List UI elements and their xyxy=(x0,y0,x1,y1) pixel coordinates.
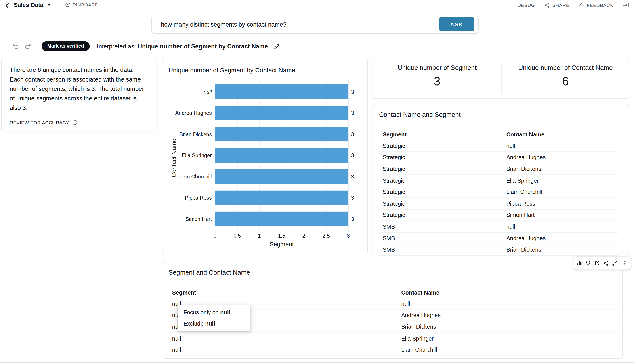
more-icon xyxy=(622,260,628,266)
kpi-title: Unique number of Contact Name xyxy=(501,64,629,72)
menu-item-value: null xyxy=(205,320,215,327)
collapse-panel-button[interactable] xyxy=(622,2,629,8)
table-row[interactable]: SMBBrian Dickens xyxy=(379,244,618,256)
kpi-contact-name: Unique number of Contact Name 6 xyxy=(501,58,629,98)
table-row[interactable]: StrategicBrian Dickens xyxy=(379,163,618,175)
table-cell: Brian Dickens xyxy=(503,166,618,172)
column-header-contact-name[interactable]: Contact Name xyxy=(398,289,618,296)
category-label: Liam Churchill xyxy=(166,174,212,180)
share-icon xyxy=(603,260,609,266)
column-header-contact-name[interactable]: Contact Name xyxy=(503,131,618,138)
kpi-segment: Unique number of Segment 3 xyxy=(373,58,501,98)
menu-item-value: null xyxy=(220,309,230,316)
bar[interactable] xyxy=(215,190,348,205)
table-cell: Strategic xyxy=(379,189,503,195)
bar-value-label: 3 xyxy=(351,216,354,222)
table-row[interactable]: StrategicSimon Hart xyxy=(379,210,618,221)
pinboard-icon xyxy=(65,2,70,8)
table-cell: Strategic xyxy=(379,142,503,149)
feedback-button[interactable]: FEEDBACK xyxy=(578,2,613,8)
top-right-actions: DEBUG SHARE FEEDBACK xyxy=(517,2,629,8)
chart-row: Brian Dickens3 xyxy=(162,124,367,145)
table-header: Segment Contact Name xyxy=(379,129,618,140)
bar[interactable] xyxy=(215,106,348,120)
bar[interactable] xyxy=(215,148,348,162)
insights-button[interactable] xyxy=(583,257,592,269)
column-header-segment[interactable]: Segment xyxy=(168,289,398,296)
table-cell: Simon Hart xyxy=(503,212,618,218)
table-cell: SMB xyxy=(379,235,503,242)
chart-row: null3 xyxy=(162,81,367,102)
more-options-button[interactable] xyxy=(620,257,629,269)
debug-button[interactable]: DEBUG xyxy=(517,3,535,8)
bar[interactable] xyxy=(215,84,348,99)
question-input[interactable] xyxy=(160,16,428,33)
x-tick-label: 3 xyxy=(347,233,350,239)
dataset-name: Sales Data xyxy=(14,2,43,8)
category-label: Pippa Ross xyxy=(166,195,212,201)
bar-chart-card: Unique number of Segment by Contact Name… xyxy=(162,58,368,256)
table-row[interactable]: SMBnull xyxy=(379,221,618,233)
share-button[interactable]: SHARE xyxy=(544,2,569,8)
context-menu-item[interactable]: Focus only on null xyxy=(178,306,251,318)
page-bottom-divider xyxy=(0,362,634,363)
expand-icon xyxy=(612,260,618,266)
table-row[interactable]: StrategicElla Springer xyxy=(379,175,618,186)
export-button[interactable] xyxy=(592,257,601,269)
table-cell: SMB xyxy=(379,246,503,253)
expand-button[interactable] xyxy=(610,257,619,269)
bar-value-label: 3 xyxy=(351,195,354,201)
back-chevron-icon xyxy=(4,2,12,10)
ask-button[interactable]: ASK xyxy=(439,18,474,31)
column-header-segment[interactable]: Segment xyxy=(379,131,503,138)
undo-button[interactable] xyxy=(12,42,20,50)
table-header: Segment Contact Name xyxy=(168,287,618,298)
redo-button[interactable] xyxy=(24,42,33,50)
table-row[interactable]: StrategicAndrea Hughes xyxy=(379,152,618,163)
pinboard-button[interactable]: PINBOARD xyxy=(65,2,99,8)
edit-interpretation-button[interactable] xyxy=(274,43,281,50)
bar[interactable] xyxy=(215,169,348,184)
kpi-value: 3 xyxy=(373,74,501,88)
chart-row: Andrea Hughes3 xyxy=(162,102,367,124)
table-row[interactable]: StrategicLiam Churchill xyxy=(379,186,618,198)
chart-row: Ella Springer3 xyxy=(162,145,367,166)
top-bar: Sales Data PINBOARD DEBUG SHARE xyxy=(0,0,634,12)
bar[interactable] xyxy=(215,212,348,226)
table-row[interactable]: StrategicPippa Ross xyxy=(379,198,618,210)
arrow-to-line-icon xyxy=(622,2,629,8)
table-cell: Strategic xyxy=(379,212,503,218)
menu-item-text: Exclude xyxy=(183,320,205,327)
bar-value-label: 3 xyxy=(351,131,354,137)
pencil-icon xyxy=(274,43,281,50)
undo-icon xyxy=(12,42,20,50)
category-label: Andrea Hughes xyxy=(166,110,212,116)
bar-track xyxy=(215,148,348,162)
x-tick-label: 0.5 xyxy=(233,233,241,239)
mark-as-verified-button[interactable]: Mark as verified xyxy=(42,41,90,51)
table-row[interactable]: SMBAndrea Hughes xyxy=(379,232,618,244)
bar[interactable] xyxy=(215,127,348,141)
chart-title: Unique number of Segment by Contact Name xyxy=(162,58,367,74)
table-cell: SMB xyxy=(379,223,503,230)
contact-segment-table-card: Contact Name and Segment Segment Contact… xyxy=(373,104,630,255)
back-button[interactable] xyxy=(4,2,12,10)
pinboard-label: PINBOARD xyxy=(73,2,99,7)
chart-type-button[interactable] xyxy=(574,257,583,269)
export-icon xyxy=(594,260,600,266)
table-row[interactable]: nullElla Springer xyxy=(168,333,618,344)
context-menu-item[interactable]: Exclude null xyxy=(178,318,251,330)
share-visual-button[interactable] xyxy=(601,257,610,269)
table-row[interactable]: Strategicnull xyxy=(379,140,618,152)
review-for-accuracy[interactable]: REVIEW FOR ACCURACY xyxy=(10,120,77,125)
narrative-summary-card: There are 6 unique contact names in the … xyxy=(1,58,158,133)
category-label: null xyxy=(166,89,212,95)
bar-track xyxy=(215,169,348,184)
dataset-selector[interactable]: Sales Data xyxy=(14,2,51,8)
x-axis-title: Segment xyxy=(215,241,348,248)
feedback-label: FEEDBACK xyxy=(587,3,613,8)
kpi-value: 6 xyxy=(501,74,629,88)
table-row[interactable]: nullLiam Churchill xyxy=(168,344,618,356)
table-cell: Pippa Ross xyxy=(503,200,618,207)
table-cell: Andrea Hughes xyxy=(503,154,618,160)
